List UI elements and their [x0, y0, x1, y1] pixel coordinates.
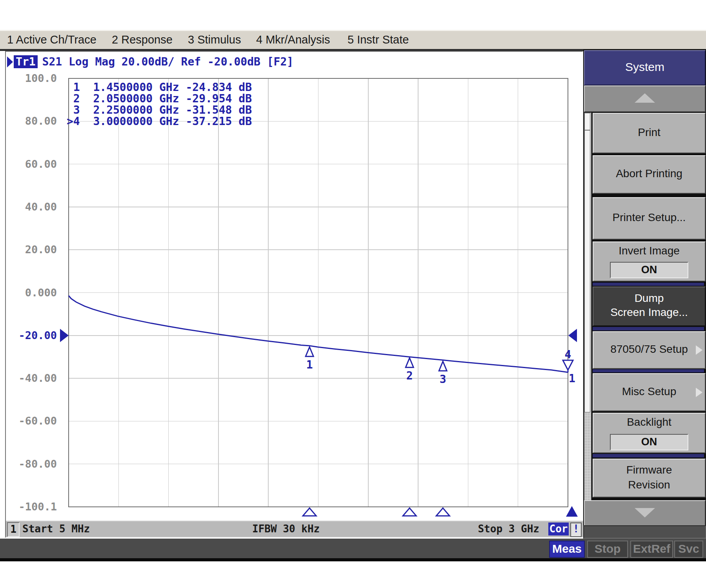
scroll-down-button[interactable]	[584, 500, 706, 527]
invert-image-state: ON	[610, 262, 688, 278]
menu-title-system: System	[584, 50, 706, 85]
softkey-label: Dump	[593, 291, 705, 305]
softkey-abort-printing[interactable]: Abort Printing	[593, 155, 706, 194]
marker-table-row: 3 2.2500000 GHz -31.548 dB	[67, 104, 252, 116]
softkey-print[interactable]: Print	[593, 113, 706, 153]
trace-title: Tr1S21 Log Mag 20.00dB/ Ref -20.00dB [F2…	[7, 55, 293, 69]
menu-recess-bar	[583, 525, 706, 539]
y-axis-label: 60.00	[11, 158, 57, 171]
y-axis-label: 20.00	[11, 243, 57, 256]
menu-active-ch-trace[interactable]: 1 Active Ch/Trace	[7, 33, 96, 46]
softkey-label: Misc Setup	[593, 374, 705, 409]
marker-table-row: 1 1.4500000 GHz -24.834 dB	[67, 82, 252, 93]
stop-frequency-label: Stop 3 GHz	[437, 523, 539, 535]
marker-table-row: 2 2.0500000 GHz -29.954 dB	[67, 93, 252, 104]
start-frequency-label: Start 5 MHz	[22, 523, 90, 535]
softkey-dump-screen-image[interactable]: Dump Screen Image...	[593, 287, 706, 326]
status-light-stop: Stop	[587, 541, 628, 558]
correction-badge: Cor	[548, 523, 569, 535]
softkey-label: 87050/75 Setup	[593, 332, 705, 367]
scrollbar-thumb[interactable]	[584, 130, 590, 412]
ifbw-label: IFBW 30 kHz	[252, 523, 320, 535]
submenu-arrow-icon	[696, 345, 702, 355]
bottom-edge	[0, 558, 706, 561]
softkey-label: Print	[593, 114, 705, 151]
up-arrow-icon	[635, 93, 655, 103]
trace-descr: S21 Log Mag 20.00dB/ Ref -20.00dB [F2]	[42, 55, 294, 68]
group-divider	[593, 283, 704, 286]
group-divider	[593, 327, 704, 330]
status-light-meas: Meas	[549, 541, 585, 558]
menu-response[interactable]: 2 Response	[112, 33, 173, 46]
softkey-printer-setup[interactable]: Printer Setup...	[593, 197, 706, 240]
menu-instr-state[interactable]: 5 Instr State	[348, 33, 409, 46]
instrument-screen: 12341 1 Active Ch/Trace 2 Response 3 Sti…	[0, 0, 706, 588]
softkey-label: Abort Printing	[593, 156, 705, 191]
y-axis-label: 40.00	[11, 201, 57, 213]
submenu-arrow-icon	[696, 388, 702, 397]
softkey-firmware-revision[interactable]: Firmware Revision	[593, 459, 706, 497]
scrollbar-segment	[584, 113, 590, 130]
instrument-status-bar: Meas Stop ExtRef Svc	[0, 539, 706, 558]
softkey-label: Screen Image...	[593, 305, 705, 319]
marker-table-row: >4 3.0000000 GHz -37.215 dB	[67, 116, 252, 127]
active-trace-arrow-icon	[7, 56, 13, 67]
backlight-state: ON	[610, 434, 688, 450]
trace-badge[interactable]: Tr1	[14, 55, 38, 68]
y-axis-label: 100.0	[11, 72, 57, 85]
y-axis-label: -60.00	[11, 415, 57, 427]
y-axis-ref-level-label: -20.00	[11, 329, 57, 342]
softkey-label: Printer Setup...	[593, 198, 705, 237]
softkey-backlight[interactable]: Backlight ON	[593, 413, 706, 453]
y-axis-label: -80.00	[11, 458, 57, 470]
softkey-label: Revision	[593, 477, 705, 492]
menu-scrollbar[interactable]	[584, 113, 591, 525]
warning-badge: !	[570, 523, 582, 537]
softkey-invert-image[interactable]: Invert Image ON	[593, 241, 706, 281]
y-axis-label: -100.1	[11, 501, 57, 513]
menu-bar: 1 Active Ch/Trace 2 Response 3 Stimulus …	[0, 30, 706, 51]
y-axis-label: 80.00	[11, 115, 57, 127]
scroll-up-button[interactable]	[584, 85, 706, 112]
channel-indicator: 1	[7, 522, 20, 537]
softkey-87050-75-setup[interactable]: 87050/75 Setup	[593, 331, 706, 369]
group-divider	[593, 454, 704, 457]
y-axis-label: 0.000	[11, 287, 57, 299]
softkey-label: Invert Image	[593, 245, 705, 257]
menu-stimulus[interactable]: 3 Stimulus	[188, 33, 241, 46]
status-light-extref: ExtRef	[630, 541, 673, 558]
status-light-svc: Svc	[674, 541, 703, 558]
status-bar: 1 Start 5 MHz IFBW 30 kHz Stop 3 GHz Cor…	[6, 521, 583, 537]
down-arrow-icon	[635, 508, 655, 517]
softkey-misc-setup[interactable]: Misc Setup	[593, 373, 706, 411]
softkey-menu: System Print Abort Printing Printer Setu…	[583, 49, 706, 539]
menu-mkr-analysis[interactable]: 4 Mkr/Analysis	[256, 33, 330, 46]
softkey-label: Firmware	[593, 463, 705, 477]
softkey-label: Backlight	[593, 416, 705, 428]
y-axis-label: -40.00	[11, 372, 57, 385]
group-divider	[593, 369, 704, 373]
